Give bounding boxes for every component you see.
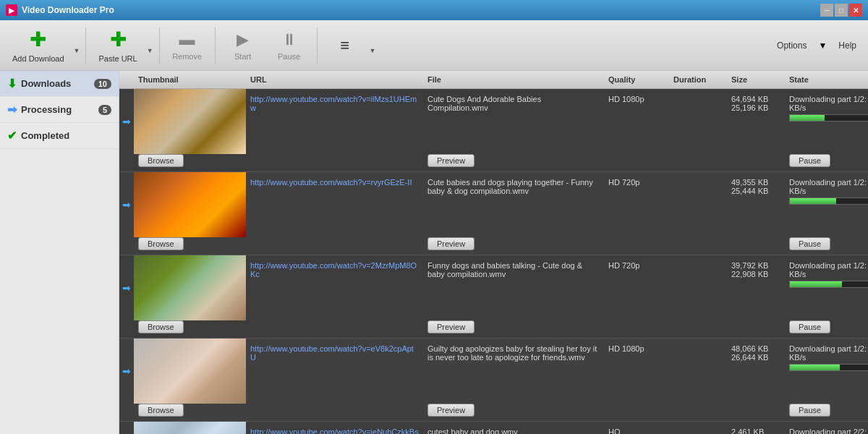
maximize-button[interactable]: □ <box>835 4 848 17</box>
item-url-3: http://www.youtube.com/watch?v=2MzrMpM8O… <box>246 255 423 320</box>
item-duration-3 <box>669 255 727 320</box>
th-thumbnail: Thumbnail <box>134 74 246 85</box>
toolbar-right: Options ▼ Help <box>771 38 862 54</box>
processing-icon: ➡ <box>7 103 17 116</box>
item-size1-2: 49,355 KB <box>731 178 768 187</box>
item-browse-cell-2: Browse <box>134 237 246 250</box>
item-thumbnail-5 <box>134 422 246 434</box>
item-browse-cell-4: Browse <box>134 404 246 417</box>
item-size1-3: 39,792 KB <box>731 261 768 270</box>
thumb-img-2 <box>134 172 246 237</box>
item-state-5: Downloading part 2/2: 1149.7 KB/s 73% <box>785 422 868 434</box>
preview-button-1[interactable]: Preview <box>427 154 475 167</box>
remove-button[interactable]: ▬ Remove <box>166 25 209 67</box>
item-state-text-5: Downloading part 2/2: 1149.7 KB/s <box>789 427 868 434</box>
processing-badge: 5 <box>98 105 111 115</box>
item-state-3: Downloading part 1/2: 1269.5 KB/s 57% <box>785 255 868 320</box>
browse-button-4[interactable]: Browse <box>138 404 184 417</box>
item-progress-row-4: 55% <box>789 363 868 371</box>
browse-button-2[interactable]: Browse <box>138 237 184 250</box>
menu-button[interactable]: ≡ <box>323 25 367 67</box>
item-browse-cell-1: Browse <box>134 154 246 167</box>
paste-url-button[interactable]: ✚ Paste URL <box>92 25 143 67</box>
item-progress-row-2: 51% <box>789 197 868 205</box>
download-item: ➡ http://www.youtube.com/watch?v=ilMzs1U… <box>119 89 868 172</box>
paste-url-label: Paste URL <box>98 54 137 63</box>
add-download-label: Add Download <box>12 54 64 63</box>
item-quality-4: HD 1080p <box>604 339 669 404</box>
options-arrow: ▼ <box>818 41 827 51</box>
browse-button-1[interactable]: Browse <box>138 154 184 167</box>
item-progress-fill-3 <box>790 281 842 287</box>
item-size-1: 64,694 KB 25,196 KB <box>727 89 785 154</box>
pause-button[interactable]: ⏸ Pause <box>268 25 311 67</box>
item-pause-cell-2: Pause <box>785 237 868 250</box>
th-state: State <box>785 74 868 85</box>
item-state-text-2: Downloading part 1/2: 1289.1 KB/s <box>789 178 868 195</box>
item-state-text-3: Downloading part 1/2: 1269.5 KB/s <box>789 261 868 278</box>
item-thumbnail-4 <box>134 339 246 404</box>
item-state-1: Downloading part 1/2: 1286.3 KB/s 38% <box>785 89 868 154</box>
th-file: File <box>423 74 604 85</box>
add-download-button[interactable]: ✚ Add Download <box>6 25 71 67</box>
item-quality-3: HD 720p <box>604 255 669 320</box>
item-file-3: Funny dogs and babies talking - Cute dog… <box>423 255 604 320</box>
item-size1-1: 64,694 KB <box>731 95 768 103</box>
paste-dropdown-arrow[interactable]: ▼ <box>147 47 153 54</box>
toolbar-separator-1 <box>85 27 86 64</box>
thumb-img-3 <box>134 255 246 320</box>
pause-button-1[interactable]: Pause <box>789 154 830 167</box>
download-item: ➡ http://www.youtube.com/watch?v=rvyrGEz… <box>119 172 868 255</box>
item-progress-bg-3 <box>789 281 868 288</box>
item-size-2: 49,355 KB 25,444 KB <box>727 172 785 237</box>
th-arrow <box>119 74 134 85</box>
item-quality-5: HQ <box>604 422 669 434</box>
minimize-button[interactable]: ─ <box>820 4 833 17</box>
window-controls: ─ □ ✕ <box>820 4 862 17</box>
menu-dropdown-arrow[interactable]: ▼ <box>370 47 376 54</box>
pause-button-2[interactable]: Pause <box>789 237 830 250</box>
item-size2-1: 25,196 KB <box>731 103 768 112</box>
preview-button-4[interactable]: Preview <box>427 404 475 417</box>
sidebar-item-downloads[interactable]: ⬇ Downloads 10 <box>0 71 119 97</box>
close-button[interactable]: ✕ <box>849 4 862 17</box>
add-dropdown-arrow[interactable]: ▼ <box>74 47 80 54</box>
table-header: Thumbnail URL File Quality Duration Size… <box>119 71 868 89</box>
toolbar-separator-3 <box>215 27 216 64</box>
preview-button-3[interactable]: Preview <box>427 320 475 333</box>
item-arrow-5: ➡ <box>119 422 134 434</box>
pause-icon: ⏸ <box>281 30 297 49</box>
menu-icon: ≡ <box>340 36 349 55</box>
item-size2-2: 25,444 KB <box>731 187 768 195</box>
preview-button-2[interactable]: Preview <box>427 237 475 250</box>
item-arrow-1: ➡ <box>119 89 134 154</box>
thumb-img-4 <box>134 339 246 404</box>
item-url-5: http://www.youtube.com/watch?v=jeNuhCzkk… <box>246 422 423 434</box>
sidebar: ⬇ Downloads 10 ➡ Processing 5 ✔ Complete… <box>0 71 119 434</box>
item-preview-cell-2: Preview <box>423 237 604 250</box>
item-actions-2: Browse Preview Pause <box>119 237 868 255</box>
thumb-img-1 <box>134 89 246 154</box>
sidebar-item-completed[interactable]: ✔ Completed <box>0 123 119 149</box>
item-progress-row-1: 38% <box>789 114 868 122</box>
item-browse-cell-3: Browse <box>134 320 246 333</box>
item-size2-3: 22,908 KB <box>731 270 768 278</box>
options-button[interactable]: Options <box>771 38 812 54</box>
sidebar-item-processing[interactable]: ➡ Processing 5 <box>0 97 119 123</box>
help-button[interactable]: Help <box>833 38 862 54</box>
download-icon: ⬇ <box>7 77 17 90</box>
start-button[interactable]: ▶ Start <box>221 25 265 67</box>
sidebar-downloads-label: Downloads <box>21 78 71 89</box>
pause-button-4[interactable]: Pause <box>789 404 830 417</box>
pause-button-3[interactable]: Pause <box>789 320 830 333</box>
download-item: ➡ http://www.youtube.com/watch?v=2MzrMpM… <box>119 255 868 339</box>
remove-label: Remove <box>172 52 202 61</box>
browse-button-3[interactable]: Browse <box>138 320 184 333</box>
app-icon: ▶ <box>6 4 17 16</box>
item-size-4: 48,066 KB 26,644 KB <box>727 339 785 404</box>
main-layout: ⬇ Downloads 10 ➡ Processing 5 ✔ Complete… <box>0 71 868 434</box>
downloads-list[interactable]: ➡ http://www.youtube.com/watch?v=ilMzs1U… <box>119 89 868 434</box>
item-pause-cell-3: Pause <box>785 320 868 333</box>
item-size1-4: 48,066 KB <box>731 344 768 353</box>
item-state-text-1: Downloading part 1/2: 1286.3 KB/s <box>789 95 868 112</box>
